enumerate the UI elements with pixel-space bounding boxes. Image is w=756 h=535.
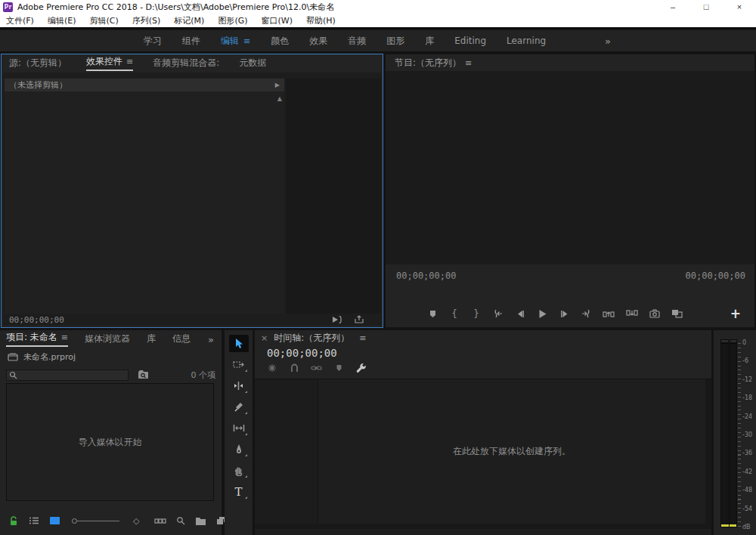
effect-controls-list: （未选择剪辑） ▶ ▲	[5, 79, 284, 314]
workspace-tab-audio[interactable]: 音频	[348, 35, 366, 48]
find-button[interactable]	[176, 513, 185, 528]
go-to-out-button[interactable]	[581, 308, 591, 320]
lift-button[interactable]	[603, 308, 615, 320]
search-input[interactable]	[17, 371, 123, 379]
go-to-in-button[interactable]	[493, 308, 503, 320]
search-bin-button[interactable]	[138, 368, 149, 382]
meter-tick-label: -18	[742, 395, 752, 401]
workspace-tab-color[interactable]: 颜色	[271, 35, 289, 48]
menu-item-edit[interactable]: 编辑(E)	[48, 15, 76, 26]
automate-to-sequence-button[interactable]	[154, 513, 166, 528]
tab-libraries[interactable]: 库	[147, 332, 156, 345]
program-title[interactable]: 节目:（无序列）	[395, 57, 461, 70]
timeline-settings-wrench-button[interactable]	[355, 362, 367, 374]
export-frame-icon[interactable]	[354, 314, 364, 326]
new-bin-button[interactable]	[195, 513, 206, 528]
menu-item-sequence[interactable]: 序列(S)	[132, 15, 161, 26]
workspace-tab-editing-active[interactable]: 编辑≡	[221, 35, 250, 48]
maximize-button[interactable]: □	[689, 0, 723, 14]
workspace-tab-libraries[interactable]: 库	[425, 35, 434, 48]
menu-item-help[interactable]: 帮助(H)	[306, 15, 336, 26]
step-forward-button[interactable]	[559, 308, 569, 320]
tab-info[interactable]: 信息	[172, 332, 191, 345]
expand-right-icon[interactable]: ▶	[275, 82, 280, 88]
extract-button[interactable]	[626, 308, 638, 320]
hand-tool[interactable]	[229, 462, 249, 479]
program-panel-menu-icon[interactable]: ≡	[465, 58, 472, 68]
track-select-forward-tool[interactable]	[229, 356, 249, 373]
mark-out-button[interactable]: }	[471, 308, 482, 320]
close-button[interactable]: ×	[723, 0, 756, 14]
pen-tool[interactable]	[229, 441, 249, 458]
project-panel-menu-icon[interactable]: ≡	[61, 332, 68, 342]
tab-metadata[interactable]: 元数据	[239, 57, 266, 70]
type-tool[interactable]: T	[229, 483, 249, 500]
project-tabs-overflow-button[interactable]: »	[208, 334, 214, 345]
panel-menu-icon[interactable]: ≡	[126, 57, 133, 66]
step-back-button[interactable]	[515, 308, 525, 320]
comparison-view-button[interactable]	[671, 308, 683, 320]
icon-view-button[interactable]	[50, 513, 60, 528]
menu-item-graphics[interactable]: 图形(G)	[218, 15, 247, 26]
workspace-tab-learn[interactable]: 学习	[144, 35, 162, 48]
minimize-button[interactable]: –	[656, 0, 689, 14]
workspace-tab-assembly[interactable]: 组件	[182, 35, 200, 48]
workspace-tab-editing-en[interactable]: Editing	[454, 36, 486, 46]
audio-meter[interactable]: 0 -6 -12 -18 -24 -30 -36 -42 -48 -54 dB	[720, 339, 751, 527]
workspace-overflow-button[interactable]: »	[605, 36, 611, 47]
slip-tool[interactable]	[229, 419, 249, 437]
add-marker-timeline-button[interactable]	[333, 362, 344, 374]
sort-icons-button[interactable]: ◇	[133, 516, 139, 526]
ripple-edit-tool[interactable]	[229, 377, 249, 394]
zoom-slider-knob[interactable]	[72, 518, 77, 524]
snap-magnet-button[interactable]	[289, 362, 299, 374]
button-editor-add-button[interactable]: +	[730, 308, 741, 320]
program-header: 节目:（无序列） ≡	[386, 54, 754, 71]
clip-selector-header[interactable]: （未选择剪辑） ▶	[5, 79, 284, 91]
zoom-slider-track[interactable]	[77, 521, 119, 521]
workspace-tab-learning-en[interactable]: Learning	[507, 36, 546, 46]
menu-item-window[interactable]: 窗口(W)	[262, 15, 293, 26]
timeline-horizontal-scrollbar[interactable]	[255, 524, 705, 529]
type-tool-icon: T	[234, 485, 242, 499]
selection-tool[interactable]	[229, 335, 249, 352]
timeline-panel-menu-icon[interactable]: ≡	[359, 333, 366, 343]
tab-effect-controls[interactable]: 效果控件≡	[86, 55, 133, 71]
import-media-hint: 导入媒体以开始	[79, 436, 142, 449]
razor-tool[interactable]	[229, 398, 249, 416]
add-marker-button[interactable]	[427, 308, 438, 320]
project-file-row[interactable]: 未命名.prproj	[0, 347, 222, 363]
tab-project[interactable]: 项目: 未命名≡	[6, 331, 68, 347]
project-media-drop-zone[interactable]: 导入媒体以开始	[6, 383, 214, 501]
timeline-track-area[interactable]: 在此处放下媒体以创建序列。	[255, 379, 711, 535]
timeline-title[interactable]: 时间轴:（无序列）	[274, 332, 349, 345]
search-box[interactable]	[6, 370, 129, 381]
timeline-vertical-scrollbar[interactable]	[705, 379, 711, 529]
tab-source-monitor[interactable]: 源:（无剪辑）	[9, 57, 67, 70]
workspace-tab-effects[interactable]: 效果	[309, 35, 327, 48]
timeline-track-header-column	[255, 379, 318, 523]
list-view-button[interactable]	[29, 513, 39, 528]
mark-in-button[interactable]: {	[449, 308, 460, 320]
scroll-up-icon[interactable]: ▲	[277, 95, 282, 102]
workspace-tab-graphics[interactable]: 图形	[386, 35, 404, 48]
play-button[interactable]	[537, 308, 547, 320]
export-frame-button[interactable]	[649, 308, 660, 320]
insert-nested-sequence-button[interactable]	[267, 362, 277, 374]
menu-item-clip[interactable]: 剪辑(C)	[89, 15, 118, 26]
timeline-close-icon[interactable]: ×	[261, 333, 268, 343]
effect-controls-timecode[interactable]: 00;00;00;00	[9, 315, 64, 325]
zoom-slider[interactable]	[72, 518, 119, 524]
menu-item-markers[interactable]: 标记(M)	[174, 15, 204, 26]
tab-audio-clip-mixer[interactable]: 音频剪辑混合器:	[153, 57, 219, 70]
tab-media-browser[interactable]: 媒体浏览器	[85, 332, 130, 345]
effect-controls-tabstrip: 源:（无剪辑） 效果控件≡ 音频剪辑混合器: 元数据	[2, 54, 383, 71]
workspace-menu-icon[interactable]: ≡	[243, 36, 250, 46]
program-current-timecode[interactable]: 00;00;00;00	[396, 271, 456, 281]
project-writable-lock-icon[interactable]	[9, 513, 18, 528]
timeline-timecode[interactable]: 00;00;00;00	[255, 347, 711, 359]
play-in-to-out-icon[interactable]	[331, 314, 342, 326]
application-frame: 学习 组件 编辑≡ 颜色 效果 音频 图形 库 Editing Learning…	[0, 29, 756, 535]
linked-selection-button[interactable]	[311, 362, 322, 374]
menu-item-file[interactable]: 文件(F)	[6, 15, 34, 26]
